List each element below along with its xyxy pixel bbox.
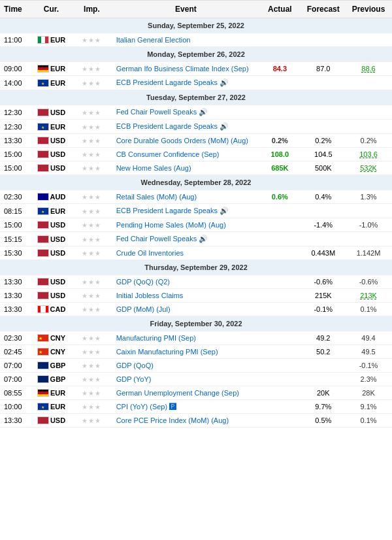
previous-value: 1.142M [357,249,381,257]
event-name[interactable]: Retail Sales (MoM) (Aug) [116,193,197,201]
event-cell: ECB President Lagarde Speaks 🔊 [114,76,258,90]
forecast-cell: -0.1% [302,303,345,316]
event-name[interactable]: CPI (YoY) (Sep) 🅿 [116,403,177,411]
event-name[interactable]: Core Durable Goods Orders (MoM) (Aug) [116,137,248,144]
stars-icon: ★★★ [82,194,101,201]
table-row: 15:00USD★★★CB Consumer Confidence (Sep)1… [0,148,392,161]
event-name[interactable]: New Home Sales (Aug) [116,164,191,172]
event-name[interactable]: German Ifo Business Climate Index (Sep) [116,65,249,73]
time-cell: 08:15 [0,204,33,218]
previous-cell: 88.6 [345,62,392,76]
event-cell: ECB President Lagarde Speaks 🔊 [114,204,258,218]
event-name[interactable]: Italian General Election [116,36,191,44]
table-row: 15:15USD★★★Fed Chair Powell Speaks 🔊 [0,232,392,246]
actual-value: 685K [271,164,288,172]
table-row: 02:45★CNY★★★Caixin Manufacturing PMI (Se… [0,345,392,359]
event-name[interactable]: Fed Chair Powell Speaks 🔊 [116,235,208,243]
actual-cell [258,218,301,232]
previous-cell: -0.1% [345,359,392,373]
actual-cell [258,400,301,414]
event-name[interactable]: Core PCE Price Index (MoM) (Aug) [116,416,229,424]
previous-value: 0.1% [360,305,376,313]
stars-icon: ★★★ [82,109,101,116]
actual-cell [258,232,301,246]
actual-cell [258,386,301,400]
currency-cell: ★EUR [33,400,70,414]
currency-label: EUR [50,207,65,215]
importance-cell: ★★★ [70,289,113,303]
actual-cell: 84.3 [258,62,301,76]
time-cell: 13:30 [0,303,33,316]
stars-icon: ★★★ [82,151,101,158]
forecast-cell [302,105,345,120]
table-row: 14:00★EUR★★★ECB President Lagarde Speaks… [0,76,392,90]
time-cell: 10:00 [0,400,33,414]
event-name[interactable]: GDP (QoQ) (Q2) [116,278,170,286]
actual-cell [258,331,301,345]
currency-cell: USD [33,289,70,303]
event-name[interactable]: Fed Chair Powell Speaks 🔊 [116,108,208,116]
currency-cell: USD [33,148,70,161]
previous-cell: 213K [345,289,392,303]
event-name[interactable]: GDP (YoY) [116,375,152,383]
currency-label: USD [50,416,65,424]
previous-value: 9.1% [360,403,376,411]
currency-cell: USD [33,232,70,246]
event-name[interactable]: Crude Oil Inventories [116,249,184,257]
previous-cell: 1.142M [345,246,392,260]
table-row: 13:30USD★★★Initial Jobless Claims215K213… [0,289,392,303]
event-name[interactable]: Initial Jobless Claims [116,292,184,299]
currency-cell: GBP [33,359,70,373]
event-name[interactable]: GDP (QoQ) [116,362,154,369]
event-name[interactable]: German Unemployment Change (Sep) [116,389,239,397]
previous-cell [345,204,392,218]
table-row: 13:30CAD★★★GDP (MoM) (Jul)-0.1%0.1% [0,303,392,316]
previous-value: 0.2% [360,137,376,144]
event-cell: Italian General Election [114,33,258,47]
event-name[interactable]: ECB President Lagarde Speaks 🔊 [116,207,229,214]
currency-label: USD [50,109,65,116]
actual-cell [258,33,301,47]
currency-cell: EUR [33,33,70,47]
stars-icon: ★★★ [82,278,101,286]
forecast-cell: 0.4% [302,190,345,204]
day-label: Tuesday, September 27, 2022 [0,90,392,105]
currency-label: EUR [50,36,65,44]
time-cell: 07:00 [0,373,33,386]
previous-value: 49.5 [361,348,375,356]
previous-cell: 49.5 [345,345,392,359]
day-header-row: Monday, September 26, 2022 [0,47,392,62]
previous-cell [345,120,392,134]
event-name[interactable]: Manufacturing PMI (Sep) [116,334,196,342]
event-cell: Retail Sales (MoM) (Aug) [114,190,258,204]
forecast-cell [302,204,345,218]
event-cell: GDP (QoQ) [114,359,258,373]
event-name[interactable]: Caixin Manufacturing PMI (Sep) [116,348,218,356]
event-name[interactable]: GDP (MoM) (Jul) [116,305,171,313]
table-row: 15:00USD★★★New Home Sales (Aug)685K500K5… [0,161,392,175]
currency-cell: USD [33,105,70,120]
event-name[interactable]: ECB President Lagarde Speaks 🔊 [116,122,229,130]
stars-icon: ★★★ [82,124,101,131]
forecast-cell: 0.5% [302,414,345,428]
currency-cell: USD [33,414,70,428]
event-name[interactable]: ECB President Lagarde Speaks 🔊 [116,78,229,86]
table-row: 02:30★CNY★★★Manufacturing PMI (Sep)49.24… [0,331,392,345]
currency-cell: ★EUR [33,204,70,218]
forecast-cell: 500K [302,161,345,175]
stars-icon: ★★★ [82,390,101,397]
event-name[interactable]: Pending Home Sales (MoM) (Aug) [116,221,226,229]
currency-label: USD [50,235,65,243]
event-cell: Manufacturing PMI (Sep) [114,331,258,345]
previous-cell: 0.1% [345,414,392,428]
stars-icon: ★★★ [82,65,101,73]
header-cur: Cur. [33,1,70,18]
currency-cell: AUD [33,190,70,204]
event-name[interactable]: CB Consumer Confidence (Sep) [116,150,220,158]
actual-cell [258,414,301,428]
previous-value: 103.6 [359,150,378,158]
importance-cell: ★★★ [70,218,113,232]
time-cell: 13:30 [0,414,33,428]
previous-cell: 9.1% [345,400,392,414]
header-forecast: Forecast [302,1,345,18]
